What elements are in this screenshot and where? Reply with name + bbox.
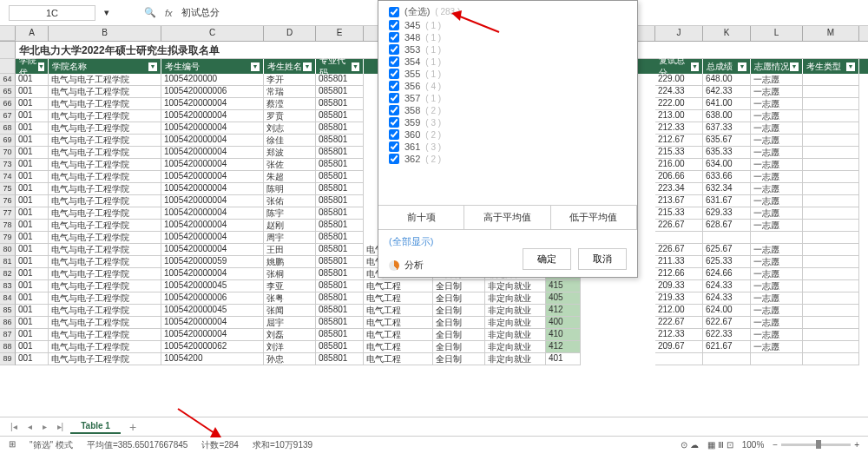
th-major-code[interactable]: 专业代码▼ [316,59,364,74]
cell[interactable]: 一志愿 [751,341,803,353]
cell[interactable]: 415 [546,280,581,292]
cell[interactable]: 电气与电子工程学院 [49,317,161,329]
cell[interactable]: 10054200 [161,353,264,365]
row-header[interactable]: 64 [0,74,16,86]
cell[interactable]: 624.33 [703,292,751,305]
name-box[interactable]: 1C [9,5,95,21]
cell[interactable]: 一志愿 [751,292,803,305]
dropdown-icon[interactable]: ▾ [104,7,109,18]
row-header[interactable]: 69 [0,135,16,147]
cell[interactable]: 085801 [316,195,364,207]
sync-icon[interactable]: ⊙ ☁ [681,440,699,450]
cell[interactable]: 非定向就业 [485,353,546,365]
cell[interactable]: 电气与电子工程学院 [49,171,161,183]
cell[interactable] [803,86,859,98]
cell[interactable] [803,256,859,268]
cell[interactable]: 1005420000059 [161,256,264,268]
cell[interactable]: 一志愿 [751,86,803,98]
cell[interactable]: 206.66 [655,171,703,183]
checkbox[interactable] [389,129,399,140]
zoom-control[interactable]: − + [773,440,859,450]
cell[interactable]: 刘洋 [264,341,316,353]
cell[interactable]: 1005420000004 [161,147,264,159]
cell[interactable]: 622.33 [703,329,751,341]
cell[interactable]: 一志愿 [751,305,803,317]
col-header-b[interactable]: B [49,26,161,41]
cell[interactable]: 085801 [316,353,364,365]
cell[interactable]: 李亚 [264,280,316,292]
cell[interactable] [803,341,859,353]
cell[interactable]: 638.00 [703,110,751,122]
formula-content[interactable]: 初试总分 [181,6,220,19]
cell[interactable] [655,353,703,365]
row-header[interactable] [0,59,16,74]
row-header[interactable]: 87 [0,329,16,341]
cancel-button[interactable]: 取消 [578,248,627,270]
cell[interactable] [803,353,859,365]
th-student-type[interactable]: 考生类型▼ [803,59,859,74]
cell[interactable]: 211.33 [655,256,703,268]
cell[interactable]: 非定向就业 [485,317,546,329]
cell[interactable]: 001 [16,317,49,329]
cell[interactable]: 一志愿 [751,159,803,171]
col-header-m[interactable]: M [803,26,859,41]
filter-item[interactable]: 353 ( 1 ) [389,43,627,56]
cell[interactable]: 001 [16,341,49,353]
view-mode-icon[interactable]: ▦ Ⅲ ⊡ [707,440,733,450]
cell[interactable]: 一志愿 [751,268,803,280]
analyze-label[interactable]: 分析 [404,259,424,272]
cell[interactable]: 001 [16,159,49,171]
cell[interactable]: 001 [16,171,49,183]
cell[interactable]: 401 [546,353,581,365]
view-icon[interactable]: ⊞ [9,439,16,451]
cell[interactable]: 电气与电子工程学院 [49,341,161,353]
row-header[interactable]: 68 [0,122,16,135]
col-header-k[interactable]: K [703,26,751,41]
cell[interactable]: 一志愿 [751,74,803,86]
row-header[interactable]: 70 [0,147,16,159]
filter-icon[interactable]: ▼ [691,62,699,71]
col-header-l[interactable]: L [751,26,803,41]
row-header[interactable]: 74 [0,171,16,183]
cell[interactable]: 陈宇 [264,207,316,220]
cell[interactable] [803,135,859,147]
th-student-id[interactable]: 考生编号▼ [161,59,264,74]
cell[interactable]: 电气与电子工程学院 [49,244,161,256]
cell[interactable]: 410 [546,329,581,341]
col-header-c[interactable]: C [161,26,264,41]
cell[interactable]: 085801 [316,305,364,317]
cell[interactable]: 一志愿 [751,195,803,207]
cell[interactable]: 400 [546,317,581,329]
cell[interactable]: 1005420000006 [161,86,264,98]
cell[interactable]: 电气与电子工程学院 [49,268,161,280]
cell[interactable]: 085801 [316,147,364,159]
cell[interactable] [803,244,859,256]
cell[interactable]: 001 [16,122,49,135]
cell[interactable]: 215.33 [655,147,703,159]
cell[interactable]: 蔡滢 [264,98,316,110]
cell[interactable]: 1005420000004 [161,183,264,195]
cell[interactable]: 全日制 [433,305,485,317]
cell[interactable]: 209.67 [655,341,703,353]
cell[interactable]: 电气与电子工程学院 [49,122,161,135]
col-header-j[interactable]: J [655,26,703,41]
cell[interactable]: 电气与电子工程学院 [49,232,161,244]
cell[interactable] [803,232,859,244]
cell[interactable]: 001 [16,280,49,292]
cell[interactable] [803,329,859,341]
cell[interactable]: 213.67 [655,195,703,207]
th-retest-score[interactable]: 复试总分▼ [655,59,703,74]
cell[interactable] [803,110,859,122]
cell[interactable]: 1005420000045 [161,280,264,292]
th-total-score[interactable]: 总成绩▼ [703,59,751,74]
table-row[interactable]: 85 001 电气与电子工程学院 1005420000045 张闻 085801… [0,305,868,317]
cell[interactable]: 全日制 [433,292,485,305]
checkbox[interactable] [389,117,399,128]
cell[interactable] [803,280,859,292]
cell[interactable]: 电气与电子工程学院 [49,159,161,171]
cell[interactable]: 电气与电子工程学院 [49,183,161,195]
cell[interactable] [751,232,803,244]
cell[interactable]: 412 [546,305,581,317]
cell[interactable]: 001 [16,98,49,110]
th-student-name[interactable]: 考生姓名▼ [264,59,316,74]
